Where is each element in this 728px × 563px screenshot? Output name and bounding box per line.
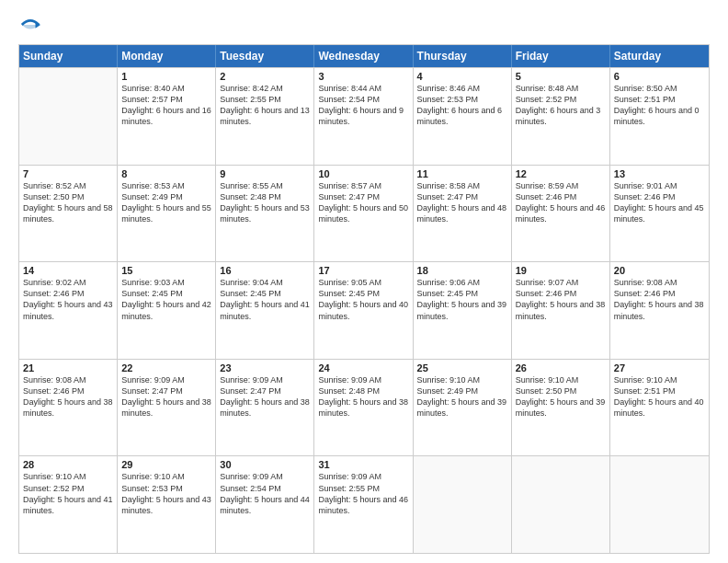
calendar-cell: 14Sunrise: 9:02 AM Sunset: 2:46 PM Dayli…: [19, 262, 118, 359]
calendar-cell: 26Sunrise: 9:10 AM Sunset: 2:50 PM Dayli…: [512, 360, 610, 456]
cell-info: Sunrise: 9:03 AM Sunset: 2:45 PM Dayligh…: [121, 277, 211, 322]
cell-info: Sunrise: 8:52 AM Sunset: 2:50 PM Dayligh…: [23, 180, 113, 225]
calendar-cell: 7Sunrise: 8:52 AM Sunset: 2:50 PM Daylig…: [19, 166, 118, 262]
calendar-cell: 30Sunrise: 9:09 AM Sunset: 2:54 PM Dayli…: [216, 456, 314, 553]
day-number: 24: [318, 362, 408, 373]
logo-icon: [20, 15, 40, 35]
day-number: 19: [516, 265, 606, 276]
day-number: 17: [318, 265, 408, 276]
calendar-body: 1Sunrise: 8:40 AM Sunset: 2:57 PM Daylig…: [19, 67, 709, 553]
calendar-cell: 2Sunrise: 8:42 AM Sunset: 2:55 PM Daylig…: [216, 68, 314, 165]
cell-info: Sunrise: 8:50 AM Sunset: 2:51 PM Dayligh…: [614, 83, 705, 128]
day-number: 29: [121, 459, 211, 470]
calendar-cell: 9Sunrise: 8:55 AM Sunset: 2:48 PM Daylig…: [216, 166, 314, 262]
calendar-cell: 13Sunrise: 9:01 AM Sunset: 2:46 PM Dayli…: [610, 166, 709, 262]
day-number: 8: [121, 168, 211, 179]
cell-info: Sunrise: 9:10 AM Sunset: 2:51 PM Dayligh…: [614, 374, 705, 419]
calendar-cell: 19Sunrise: 9:07 AM Sunset: 2:46 PM Dayli…: [512, 262, 610, 359]
calendar-cell: 29Sunrise: 9:10 AM Sunset: 2:53 PM Dayli…: [118, 456, 216, 553]
day-number: 7: [23, 168, 113, 179]
day-number: 2: [220, 71, 310, 82]
day-number: 18: [417, 265, 507, 276]
calendar-cell: [19, 68, 118, 165]
cell-info: Sunrise: 9:02 AM Sunset: 2:46 PM Dayligh…: [23, 277, 113, 322]
day-number: 12: [516, 168, 606, 179]
calendar-cell: 23Sunrise: 9:09 AM Sunset: 2:47 PM Dayli…: [216, 360, 314, 456]
calendar-page: SundayMondayTuesdayWednesdayThursdayFrid…: [0, 0, 728, 563]
day-number: 31: [318, 459, 408, 470]
day-number: 16: [220, 265, 310, 276]
calendar-cell: [512, 456, 610, 553]
calendar-cell: 1Sunrise: 8:40 AM Sunset: 2:57 PM Daylig…: [118, 68, 216, 165]
calendar-row-2: 14Sunrise: 9:02 AM Sunset: 2:46 PM Dayli…: [19, 261, 709, 359]
header-day-thursday: Thursday: [414, 45, 512, 67]
calendar-cell: 10Sunrise: 8:57 AM Sunset: 2:47 PM Dayli…: [314, 166, 413, 262]
calendar-cell: 15Sunrise: 9:03 AM Sunset: 2:45 PM Dayli…: [118, 262, 216, 359]
calendar-cell: 3Sunrise: 8:44 AM Sunset: 2:54 PM Daylig…: [314, 68, 413, 165]
header: [18, 15, 710, 35]
calendar-cell: 16Sunrise: 9:04 AM Sunset: 2:45 PM Dayli…: [216, 262, 314, 359]
cell-info: Sunrise: 9:05 AM Sunset: 2:45 PM Dayligh…: [318, 277, 408, 322]
cell-info: Sunrise: 8:46 AM Sunset: 2:53 PM Dayligh…: [417, 83, 507, 128]
cell-info: Sunrise: 9:04 AM Sunset: 2:45 PM Dayligh…: [220, 277, 310, 322]
header-day-saturday: Saturday: [610, 45, 709, 67]
header-day-monday: Monday: [118, 45, 216, 67]
day-number: 26: [516, 362, 606, 373]
calendar-row-0: 1Sunrise: 8:40 AM Sunset: 2:57 PM Daylig…: [19, 67, 709, 165]
header-day-tuesday: Tuesday: [216, 45, 314, 67]
calendar-row-4: 28Sunrise: 9:10 AM Sunset: 2:52 PM Dayli…: [19, 455, 709, 553]
cell-info: Sunrise: 8:59 AM Sunset: 2:46 PM Dayligh…: [516, 180, 606, 225]
cell-info: Sunrise: 9:10 AM Sunset: 2:52 PM Dayligh…: [23, 471, 113, 516]
cell-info: Sunrise: 9:07 AM Sunset: 2:46 PM Dayligh…: [516, 277, 606, 322]
day-number: 28: [23, 459, 113, 470]
cell-info: Sunrise: 9:10 AM Sunset: 2:50 PM Dayligh…: [516, 374, 606, 419]
cell-info: Sunrise: 9:06 AM Sunset: 2:45 PM Dayligh…: [417, 277, 507, 322]
day-number: 20: [614, 265, 705, 276]
day-number: 14: [23, 265, 113, 276]
day-number: 3: [318, 71, 408, 82]
cell-info: Sunrise: 9:01 AM Sunset: 2:46 PM Dayligh…: [614, 180, 705, 225]
calendar-cell: 28Sunrise: 9:10 AM Sunset: 2:52 PM Dayli…: [19, 456, 118, 553]
day-number: 13: [614, 168, 705, 179]
calendar-cell: 25Sunrise: 9:10 AM Sunset: 2:49 PM Dayli…: [414, 360, 512, 456]
calendar-cell: 20Sunrise: 9:08 AM Sunset: 2:46 PM Dayli…: [610, 262, 709, 359]
calendar-cell: 31Sunrise: 9:09 AM Sunset: 2:55 PM Dayli…: [314, 456, 413, 553]
calendar-header: SundayMondayTuesdayWednesdayThursdayFrid…: [19, 45, 709, 67]
calendar: SundayMondayTuesdayWednesdayThursdayFrid…: [18, 44, 710, 554]
cell-info: Sunrise: 8:57 AM Sunset: 2:47 PM Dayligh…: [318, 180, 408, 225]
cell-info: Sunrise: 8:53 AM Sunset: 2:49 PM Dayligh…: [121, 180, 211, 225]
day-number: 22: [121, 362, 211, 373]
calendar-row-1: 7Sunrise: 8:52 AM Sunset: 2:50 PM Daylig…: [19, 165, 709, 262]
cell-info: Sunrise: 9:08 AM Sunset: 2:46 PM Dayligh…: [614, 277, 705, 322]
calendar-cell: 24Sunrise: 9:09 AM Sunset: 2:48 PM Dayli…: [314, 360, 413, 456]
calendar-cell: 21Sunrise: 9:08 AM Sunset: 2:46 PM Dayli…: [19, 360, 118, 456]
day-number: 23: [220, 362, 310, 373]
calendar-cell: 12Sunrise: 8:59 AM Sunset: 2:46 PM Dayli…: [512, 166, 610, 262]
calendar-cell: 4Sunrise: 8:46 AM Sunset: 2:53 PM Daylig…: [414, 68, 512, 165]
logo: [18, 15, 40, 35]
header-day-sunday: Sunday: [19, 45, 118, 67]
calendar-cell: 11Sunrise: 8:58 AM Sunset: 2:47 PM Dayli…: [414, 166, 512, 262]
cell-info: Sunrise: 8:44 AM Sunset: 2:54 PM Dayligh…: [318, 83, 408, 128]
calendar-cell: 18Sunrise: 9:06 AM Sunset: 2:45 PM Dayli…: [414, 262, 512, 359]
cell-info: Sunrise: 9:09 AM Sunset: 2:55 PM Dayligh…: [318, 471, 408, 516]
day-number: 27: [614, 362, 705, 373]
cell-info: Sunrise: 9:09 AM Sunset: 2:54 PM Dayligh…: [220, 471, 310, 516]
calendar-cell: 27Sunrise: 9:10 AM Sunset: 2:51 PM Dayli…: [610, 360, 709, 456]
header-day-friday: Friday: [512, 45, 610, 67]
cell-info: Sunrise: 9:09 AM Sunset: 2:48 PM Dayligh…: [318, 374, 408, 419]
day-number: 4: [417, 71, 507, 82]
cell-info: Sunrise: 9:10 AM Sunset: 2:53 PM Dayligh…: [121, 471, 211, 516]
day-number: 11: [417, 168, 507, 179]
day-number: 15: [121, 265, 211, 276]
calendar-row-3: 21Sunrise: 9:08 AM Sunset: 2:46 PM Dayli…: [19, 359, 709, 456]
calendar-cell: 6Sunrise: 8:50 AM Sunset: 2:51 PM Daylig…: [610, 68, 709, 165]
calendar-cell: 8Sunrise: 8:53 AM Sunset: 2:49 PM Daylig…: [118, 166, 216, 262]
cell-info: Sunrise: 9:08 AM Sunset: 2:46 PM Dayligh…: [23, 374, 113, 419]
header-day-wednesday: Wednesday: [314, 45, 413, 67]
cell-info: Sunrise: 9:09 AM Sunset: 2:47 PM Dayligh…: [121, 374, 211, 419]
calendar-cell: 22Sunrise: 9:09 AM Sunset: 2:47 PM Dayli…: [118, 360, 216, 456]
cell-info: Sunrise: 8:40 AM Sunset: 2:57 PM Dayligh…: [121, 83, 211, 128]
day-number: 30: [220, 459, 310, 470]
calendar-cell: [610, 456, 709, 553]
